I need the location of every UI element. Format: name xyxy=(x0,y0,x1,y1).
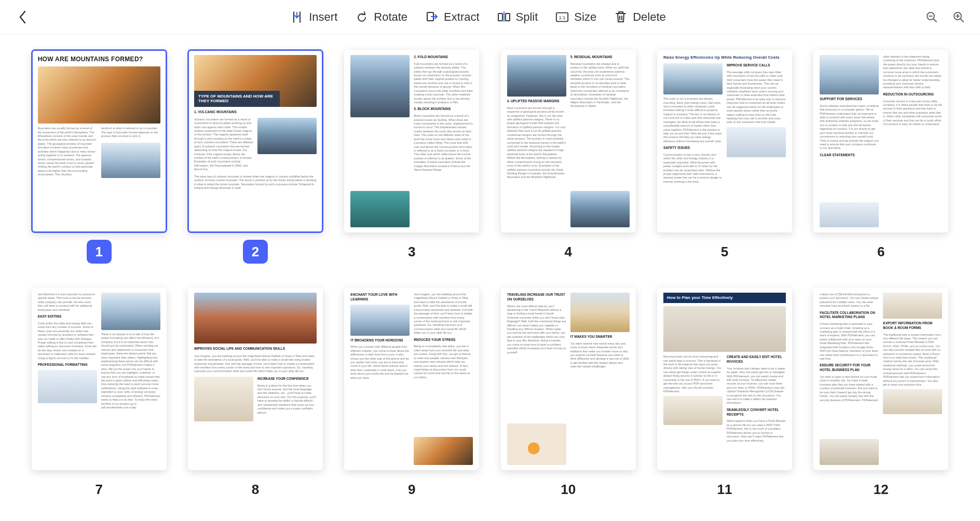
size-button[interactable]: 1:1 Size xyxy=(555,10,596,24)
body-text: Volcanic mountains are formed as a resul… xyxy=(194,118,253,172)
page-thumbnail-7[interactable]: and therefore it is less important to ou… xyxy=(32,287,167,470)
page-thumbnail-12[interactable]: makes use of 256-bit AES encryption to p… xyxy=(813,287,948,470)
page-number-badge[interactable]: 2 xyxy=(243,240,268,264)
insert-button[interactable]: Insert xyxy=(290,10,337,24)
section-heading: EXPORT INFORMATION FROM BOOK & ROOM FORM… xyxy=(883,321,942,331)
page-number-badge[interactable]: 3 xyxy=(399,240,424,264)
inline-image xyxy=(414,437,473,465)
delete-button[interactable]: Delete xyxy=(614,10,666,24)
inline-image xyxy=(883,389,942,414)
body-text: and therefore it is less important to ou… xyxy=(38,293,97,312)
zoom-out-icon xyxy=(925,11,938,23)
page-thumbnail-2[interactable]: TYPE OF MOUNTAINS AND HOW ARE THEY FORME… xyxy=(188,50,323,232)
section-heading: REDUCTION IN OUTSOURCING xyxy=(883,92,942,97)
hero-image xyxy=(38,66,160,124)
inline-image xyxy=(101,143,160,178)
body-text: A hotel marketing plan is essential to y… xyxy=(820,322,879,361)
pages-grid: HOW ARE MOUNTAINS FORMED? Mountains are … xyxy=(31,50,949,501)
page-thumbnail-10[interactable]: TRAVELING INCREASE OUR TRUST ON OURSELVE… xyxy=(501,287,636,470)
inline-image xyxy=(570,191,630,227)
page-thumbnail-5[interactable]: Raise Energy Efficiencies Up While Reduc… xyxy=(657,50,792,232)
section-heading: 5. RESIDUAL MOUNTAINS xyxy=(570,55,630,60)
page-number-badge[interactable]: 10 xyxy=(556,477,581,501)
section-heading: IT MAKES YOU SMARTER xyxy=(570,335,630,339)
inline-image xyxy=(350,305,410,336)
section-heading: IMPROVES SOCIAL LIFE AND COMMUNICATION S… xyxy=(194,347,317,351)
body-text: You wish to open a new branch for your h… xyxy=(820,375,879,402)
inline-image xyxy=(820,55,879,94)
page-number-badge[interactable]: 8 xyxy=(243,477,268,501)
body-text: often referred to the statement being co… xyxy=(883,55,942,90)
split-icon xyxy=(497,10,511,24)
page-thumbnail-1[interactable]: HOW ARE MOUNTAINS FORMED? Mountains are … xyxy=(32,50,167,232)
hero-image xyxy=(663,306,786,352)
toolbar-actions: Insert Rotate Extract Split xyxy=(33,10,923,24)
body-text: The traditional way to extract informati… xyxy=(883,333,942,387)
section-heading: REDUCES YOUR STRESS xyxy=(414,338,473,342)
inline-image xyxy=(507,423,566,465)
body-text: Your invoices don't always have to be in… xyxy=(727,367,786,405)
inline-image xyxy=(194,377,253,421)
body-text: Costs within the utility and energy fiel… xyxy=(38,322,97,360)
split-button[interactable]: Split xyxy=(497,10,538,24)
section-heading: IT BROADENS YOUR HORIZONS xyxy=(350,338,410,343)
section-heading: EASY EDITING xyxy=(38,314,97,319)
page-thumbnail-6[interactable]: SUPPORT FOR SERVICES Some software manuf… xyxy=(813,50,948,232)
section-heading: 2. FOLD MOUNTAINS xyxy=(414,55,473,60)
body-text: Just imagine, you are trekking around th… xyxy=(414,293,473,335)
zoom-in-button[interactable] xyxy=(950,8,968,26)
page-cell: ENCHANT YOUR LOVE WITH LEARNING IT BROAD… xyxy=(344,287,480,501)
delete-icon xyxy=(614,10,628,24)
inline-image xyxy=(663,396,723,425)
page-title: Raise Energy Efficiencies Up While Reduc… xyxy=(663,55,786,60)
svg-text:1:1: 1:1 xyxy=(559,15,566,20)
section-heading: CREATE AND EASILY EDIT HOTEL INVOICES xyxy=(727,355,786,364)
rotate-button[interactable]: Rotate xyxy=(355,10,407,24)
page-number-badge[interactable]: 1 xyxy=(87,240,112,264)
page-number-badge[interactable]: 7 xyxy=(87,477,112,501)
page-number-badge[interactable]: 5 xyxy=(712,240,737,264)
pages-area[interactable]: HOW ARE MOUNTAINS FORMED? Mountains are … xyxy=(0,34,980,521)
extract-button[interactable]: Extract xyxy=(425,10,479,24)
section-heading: SUPPORT FOR SERVICES xyxy=(820,97,879,102)
page-title: HOW ARE MOUNTAINS FORMED? xyxy=(38,55,160,63)
body-text: Block mountains are formed as a result o… xyxy=(414,114,473,172)
body-text: Most mountains are formed through a sequ… xyxy=(507,106,566,180)
page-cell: SUPPORT FOR SERVICES Some software manuf… xyxy=(813,50,949,264)
page-number-badge[interactable]: 11 xyxy=(712,477,737,501)
section-heading: INCREASE YOUR CONFIDENCE xyxy=(257,377,317,381)
page-number-badge[interactable]: 12 xyxy=(868,477,893,501)
body-text: What's the more difficult task for you? … xyxy=(507,305,566,354)
body-text: You learn several new words every day an… xyxy=(570,342,630,369)
page-thumbnail-4[interactable]: 4. UPLIFTED PASSIVE MARGINS Most mountai… xyxy=(501,50,636,232)
section-heading: PROFESSIONAL FORMATTING xyxy=(38,363,97,367)
back-button[interactable] xyxy=(12,7,33,28)
page-thumbnail-3[interactable]: 2. FOLD MOUNTAINS Fold mountains are for… xyxy=(344,50,479,232)
page-number-badge[interactable]: 9 xyxy=(399,477,424,501)
section-heading: SEAMLESSLY CONVERT HOTEL RECEIPTS xyxy=(727,408,786,417)
body-text: What happens when you have a Hotel Recei… xyxy=(727,419,786,443)
body-text: Customer service is a key part of any ut… xyxy=(883,100,942,127)
page-thumbnail-8[interactable]: IMPROVES SOCIAL LIFE AND COMMUNICATION S… xyxy=(188,287,323,470)
page-thumbnail-11[interactable]: How to Plan your Time Effectively Runnin… xyxy=(657,287,792,470)
rotate-label: Rotate xyxy=(374,10,407,24)
body-text: The costs to run a business are always m… xyxy=(663,97,723,143)
section-heading: IMPROVE SERVICE CALLS xyxy=(727,63,786,68)
body-text: Some software manufacturers seem to beli… xyxy=(820,104,879,150)
section-heading: FACILITATE COLLABORATION ON HOTEL MARKET… xyxy=(820,311,879,320)
page-thumbnail-9[interactable]: ENCHANT YOUR LOVE WITH LEARNING IT BROAD… xyxy=(344,287,479,470)
body-text: Being in a completely new place, you are… xyxy=(414,345,473,379)
page-number-badge[interactable]: 4 xyxy=(556,240,581,264)
page-title: TYPE OF MOUNTAINS AND HOW ARE THEY FORME… xyxy=(194,91,280,107)
section-heading: 4. UPLIFTED PASSIVE MARGINS xyxy=(507,99,566,104)
toolbar: Insert Rotate Extract Split xyxy=(0,0,980,34)
page-cell: TRAVELING INCREASE OUR TRUST ON OURSELVE… xyxy=(500,287,636,501)
insert-icon xyxy=(290,10,304,24)
page-number-badge[interactable]: 6 xyxy=(868,240,893,264)
inline-image xyxy=(507,55,566,97)
zoom-out-button[interactable] xyxy=(923,8,941,26)
body-text: Just imagine, you are trekking around th… xyxy=(194,354,317,374)
size-label: Size xyxy=(574,10,596,24)
inline-image xyxy=(101,293,160,330)
page-cell: and therefore it is less important to ou… xyxy=(31,287,167,501)
